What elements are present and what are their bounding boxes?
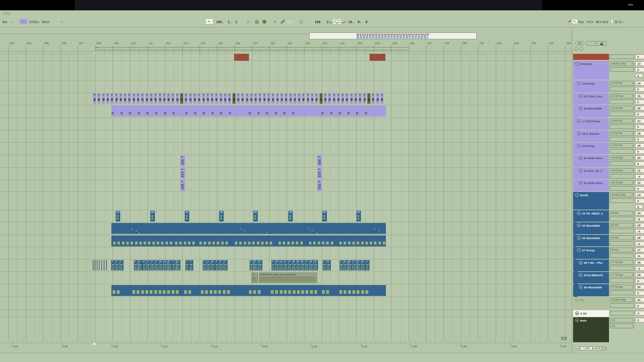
key-map-button[interactable]: Key <box>579 20 584 24</box>
track-header[interactable]: ▾17 Soft Piano <box>576 118 609 130</box>
clip-bass-stab[interactable]: A <box>211 260 215 270</box>
track-number-box[interactable]: 24 <box>635 211 644 215</box>
track-number-box[interactable]: 22 <box>635 180 644 185</box>
clip-midi-slice[interactable] <box>311 93 314 104</box>
preview-play-icon[interactable]: ▶ <box>575 312 579 315</box>
track-volume-box[interactable]: 0 <box>635 125 644 129</box>
fold-arrow-icon[interactable]: ▾ <box>579 273 583 277</box>
track-number-box[interactable]: 14 <box>635 81 644 85</box>
computer-midi-keyboard-button[interactable] <box>572 19 577 24</box>
clip-bass-stab[interactable]: 7 <box>134 260 138 270</box>
track-header[interactable]: ▾29 ELIMINATE <box>578 272 609 284</box>
output-routing-selector[interactable]: Sends Only▾ <box>610 193 634 197</box>
track-header[interactable]: ▾21 AKV_ttk_s <box>578 168 609 179</box>
link-sections-button[interactable]: ∕ <box>587 41 596 46</box>
output-routing-selector[interactable]: 14-Group▾ <box>610 106 634 110</box>
clip-vr-hit[interactable]: VR <box>219 211 224 221</box>
clip-bass-stab[interactable]: 7 <box>147 260 151 270</box>
clip-midi-slice[interactable] <box>320 93 323 104</box>
output-routing-selector[interactable] <box>610 54 634 59</box>
track-header[interactable]: ◠FX <box>574 297 609 310</box>
fold-arrow-icon[interactable]: ◠ <box>575 298 579 302</box>
clip-pad-loop[interactable] <box>111 106 386 117</box>
clip-sliver[interactable] <box>95 260 95 270</box>
scale-mode-selector[interactable]: Minor <box>42 20 50 24</box>
clip-bass-stab[interactable]: 7 <box>115 260 119 270</box>
track-number-box[interactable]: 23 <box>635 193 644 197</box>
midi-overdub-icon[interactable]: + <box>274 19 276 24</box>
clip-bass-stab[interactable]: 7 <box>185 260 189 270</box>
clip-wavetable-bass[interactable] <box>111 235 386 246</box>
clip-bass-stab[interactable]: A <box>314 260 318 270</box>
track-volume-box[interactable]: -2. <box>635 242 644 246</box>
clip-sliver[interactable] <box>99 260 100 270</box>
minimize-button[interactable] <box>628 5 633 5</box>
clip-midi-slice[interactable] <box>280 93 283 104</box>
secondary-routing-box[interactable] <box>610 253 634 258</box>
arrangement-overview[interactable] <box>309 33 477 39</box>
page-indicator[interactable]: 1/2 <box>561 336 567 341</box>
track-number-box[interactable]: 31 <box>635 298 644 302</box>
secondary-routing-box[interactable] <box>610 278 634 283</box>
clip-bass-stab[interactable]: A <box>142 260 146 270</box>
track-header[interactable]: ◠SYNTHS <box>574 61 609 80</box>
secondary-routing-box[interactable] <box>610 112 634 116</box>
clip-bass-stab[interactable]: E <box>258 260 262 270</box>
clip-midi-slice[interactable] <box>110 93 114 104</box>
clip-bass-stab[interactable]: E <box>301 260 305 270</box>
clip-vr-hit[interactable]: VR <box>356 211 361 221</box>
clip-red-stabs[interactable] <box>234 54 249 61</box>
clip-bass-stab[interactable]: 7 <box>289 260 292 270</box>
clip-bass-stab[interactable]: 7 <box>306 260 310 270</box>
clip-bass-stab[interactable]: E <box>310 260 314 270</box>
track-header[interactable]: ▾20 Nurk Atmo <box>578 155 609 167</box>
track-number-box[interactable]: 15 <box>635 94 644 98</box>
clip-bass-stab[interactable]: A <box>159 260 163 270</box>
secondary-routing-box[interactable] <box>610 137 634 141</box>
output-routing-selector[interactable]: SYNTHS▾ <box>610 143 634 148</box>
track-header[interactable]: ▾25 Wavetable <box>576 222 609 234</box>
clip-midi-slice[interactable] <box>124 93 127 104</box>
clip-eliminate-loop[interactable]: EL <box>251 273 258 283</box>
track-volume-box[interactable]: 0 <box>635 149 644 154</box>
track-volume-box[interactable]: -0. <box>635 254 644 258</box>
follow-button[interactable]: ➔‥ <box>206 19 213 24</box>
clip-midi-slice[interactable] <box>254 93 257 104</box>
secondary-routing-box[interactable] <box>610 266 634 270</box>
clip-bass-stab[interactable]: 7 <box>215 260 219 270</box>
track-volume-box[interactable]: 0 <box>635 199 644 203</box>
fold-arrow-icon[interactable]: ▾ <box>575 318 579 322</box>
track-number-box[interactable]: 13 <box>635 61 644 66</box>
fold-arrow-icon[interactable]: ▾ <box>579 169 583 172</box>
set-button[interactable]: Set <box>575 41 584 45</box>
track-volume-box[interactable]: -3. <box>635 174 644 179</box>
scale-mode-caret-icon[interactable]: ▾ <box>61 21 63 23</box>
clip-midi-slice[interactable] <box>93 93 96 104</box>
secondary-routing-box[interactable] <box>610 149 634 154</box>
output-routing-selector[interactable]: SYNTHS▾ <box>610 119 634 123</box>
output-routing-selector[interactable]: 14-Group▾ <box>610 94 634 98</box>
track-volume-box[interactable]: -6. <box>635 217 644 221</box>
clip-midi-slice[interactable] <box>228 93 231 104</box>
clip-midi-slice[interactable] <box>328 93 331 104</box>
clip-wavetable-pad[interactable] <box>111 223 386 234</box>
track-header[interactable]: ▾30 Wavetable <box>578 284 609 296</box>
width-zoom-button[interactable]: W <box>602 346 607 350</box>
clip-midi-slice[interactable] <box>263 93 266 104</box>
track-volume-box[interactable]: 0 <box>635 291 644 295</box>
cue-routing-selector[interactable]: 1/2▾ <box>610 324 634 328</box>
clip-midi-slice[interactable] <box>106 93 109 104</box>
clip-midi-slice[interactable] <box>150 93 153 104</box>
clip-midi-slice[interactable] <box>215 93 218 104</box>
clip-midi-slice[interactable] <box>324 93 327 104</box>
punch-out-icon[interactable] <box>342 20 346 25</box>
secondary-routing-box[interactable] <box>610 291 634 295</box>
clip-midi-slice[interactable] <box>372 93 375 104</box>
track-volume-box[interactable]: 0 <box>635 74 643 78</box>
stop-button[interactable] <box>255 20 259 24</box>
track-header[interactable]: ◠BASS <box>574 192 609 210</box>
track-volume-box[interactable]: 0 <box>635 137 644 142</box>
clip-midi-slice[interactable] <box>171 93 174 104</box>
clip-vr-hit[interactable]: VR <box>253 211 258 221</box>
scale-root-selector[interactable]: D#/Eb <box>29 20 38 24</box>
